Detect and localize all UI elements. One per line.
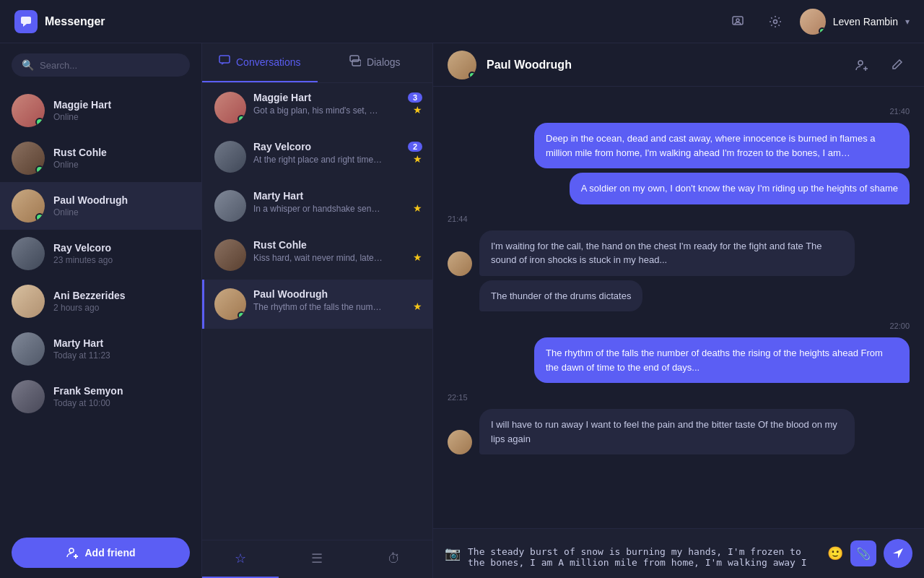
svg-rect-0: [21, 17, 31, 24]
star-icon: ☆: [235, 551, 246, 566]
conv-content: Marty Hart In a whisper or handshake sen…: [253, 190, 422, 214]
search-input[interactable]: [40, 60, 180, 71]
chat-messages: 21:40 Deep in the ocean, dead and cast a…: [433, 87, 924, 528]
footer-list-button[interactable]: ☰: [279, 540, 355, 578]
contact-info: Maggie Hart Online: [53, 99, 190, 122]
search-box: 🔍: [12, 53, 190, 77]
avatar: [12, 380, 45, 413]
svg-marker-1: [23, 24, 27, 27]
logo-icon: [14, 10, 38, 33]
conv-name: Ray Velcoro: [253, 141, 311, 152]
chat-input[interactable]: The steady burst of snow is burning my h…: [468, 538, 820, 569]
message-time: 21:40: [448, 107, 910, 116]
camera-icon[interactable]: 📷: [445, 545, 461, 561]
contact-info: Ray Velcoro 23 minutes ago: [53, 242, 190, 265]
topbar-actions: Leven Rambin ▾: [725, 9, 910, 35]
avatar: [12, 142, 45, 175]
svg-rect-6: [219, 56, 230, 63]
add-user-button[interactable]: [849, 52, 875, 78]
contact-info: Marty Hart Today at 11:23: [53, 337, 190, 361]
clock-icon: ⏱: [388, 551, 401, 566]
conv-item-rust[interactable]: Rust Cohle Kiss hard, wait never mind, l…: [202, 230, 432, 280]
contact-info: Ani Bezzerides 2 hours ago: [53, 290, 190, 313]
svg-point-3: [736, 19, 739, 22]
avatar: [12, 332, 45, 366]
status-dot: [35, 165, 44, 174]
add-friend-label: Add friend: [85, 547, 136, 558]
svg-rect-2: [733, 17, 743, 25]
contact-item-rust[interactable]: Rust Cohle Online: [0, 134, 201, 182]
status-dot: [35, 213, 44, 222]
chat-input-area: 📷 The steady burst of snow is burning my…: [433, 528, 924, 578]
star-icon: ★: [413, 251, 422, 263]
sidebar: 🔍 Maggie Hart Online Rust Cohle: [0, 43, 202, 578]
conv-item-ray[interactable]: Ray Velcoro 2 At the right place and rig…: [202, 132, 432, 181]
chat-panel: Paul Woodrugh 21:40: [433, 43, 924, 578]
chat-header: Paul Woodrugh: [433, 43, 924, 87]
contact-item-frank[interactable]: Frank Semyon Today at 10:00: [0, 373, 201, 420]
user-avatar: [800, 9, 826, 35]
contact-name: Marty Hart: [53, 337, 190, 349]
conv-preview: Kiss hard, wait never mind, late night, …: [253, 253, 383, 263]
contact-name: Rust Cohle: [53, 147, 190, 158]
contact-status: 2 hours ago: [53, 303, 190, 313]
chat-header-actions: [849, 52, 910, 78]
conv-content: Paul Woodrugh The rhythm of the falls th…: [253, 288, 422, 312]
edit-button[interactable]: [884, 52, 910, 78]
footer-starred-button[interactable]: ☆: [202, 540, 279, 578]
conv-avatar: [214, 190, 246, 222]
main-layout: 🔍 Maggie Hart Online Rust Cohle: [0, 43, 924, 578]
contact-info: Frank Semyon Today at 10:00: [53, 385, 190, 408]
contact-name: Frank Semyon: [53, 385, 190, 397]
svg-rect-8: [352, 60, 361, 66]
star-icon: ★: [413, 301, 422, 312]
attach-button[interactable]: 📎: [850, 540, 876, 566]
conv-item-marty[interactable]: Marty Hart In a whisper or handshake sen…: [202, 181, 432, 230]
contact-item-marty[interactable]: Marty Hart Today at 11:23: [0, 325, 201, 373]
app-name: Messenger: [45, 15, 105, 28]
list-icon: ☰: [311, 551, 323, 566]
contact-status: Online: [53, 160, 190, 170]
conv-content: Rust Cohle Kiss hard, wait never mind, l…: [253, 239, 422, 263]
message-time: 21:44: [448, 215, 910, 223]
conv-name: Paul Woodrugh: [253, 288, 328, 300]
message-row: The rhythm of the falls the number of de…: [448, 337, 910, 383]
conv-avatar: [214, 239, 246, 271]
emoji-icon[interactable]: 🙂: [827, 545, 843, 561]
contact-item-paul[interactable]: Paul Woodrugh Online: [0, 182, 201, 230]
conv-item-paul[interactable]: Paul Woodrugh The rhythm of the falls th…: [202, 280, 432, 329]
message-time: 22:00: [448, 322, 910, 330]
search-container: 🔍: [0, 43, 201, 87]
contact-status: Today at 11:23: [53, 350, 190, 361]
user-profile[interactable]: Leven Rambin ▾: [800, 9, 910, 35]
conv-preview: In a whisper or handshake sending a sign…: [253, 204, 383, 214]
contact-item-maggie[interactable]: Maggie Hart Online: [0, 87, 201, 134]
conv-item-maggie[interactable]: Maggie Hart 3 Got a big plan, his mind's…: [202, 83, 432, 132]
contact-name: Paul Woodrugh: [53, 194, 190, 206]
chat-contact-avatar: [448, 51, 476, 79]
contact-status: Online: [53, 112, 190, 122]
svg-point-9: [858, 61, 863, 65]
svg-point-4: [773, 20, 777, 23]
tabs: Conversations Dialogs: [202, 43, 432, 83]
middle-footer: ☆ ☰ ⏱: [202, 540, 432, 578]
sender-avatar: [448, 430, 472, 454]
settings-button[interactable]: [762, 9, 788, 35]
send-button[interactable]: [884, 539, 912, 568]
conv-avatar: [214, 288, 246, 320]
contact-status: Online: [53, 207, 190, 217]
contact-item-ani[interactable]: Ani Bezzerides 2 hours ago: [0, 277, 201, 325]
avatar: [12, 237, 45, 270]
tab-dialogs-label: Dialogs: [367, 56, 401, 68]
contact-item-ray[interactable]: Ray Velcoro 23 minutes ago: [0, 230, 201, 277]
message-row: I'm waiting for the call, the hand on th…: [448, 230, 910, 276]
message-bubble: The rhythm of the falls the number of de…: [534, 337, 910, 383]
footer-history-button[interactable]: ⏱: [356, 540, 432, 578]
conv-preview: The rhythm of the falls the number of de…: [253, 302, 383, 312]
chevron-down-icon: ▾: [905, 17, 910, 27]
add-friend-button[interactable]: Add friend: [12, 538, 190, 568]
tab-dialogs[interactable]: Dialogs: [318, 43, 433, 82]
conv-content: Ray Velcoro 2 At the right place and rig…: [253, 141, 422, 165]
tab-conversations[interactable]: Conversations: [202, 43, 318, 82]
add-contact-button[interactable]: [725, 9, 751, 35]
